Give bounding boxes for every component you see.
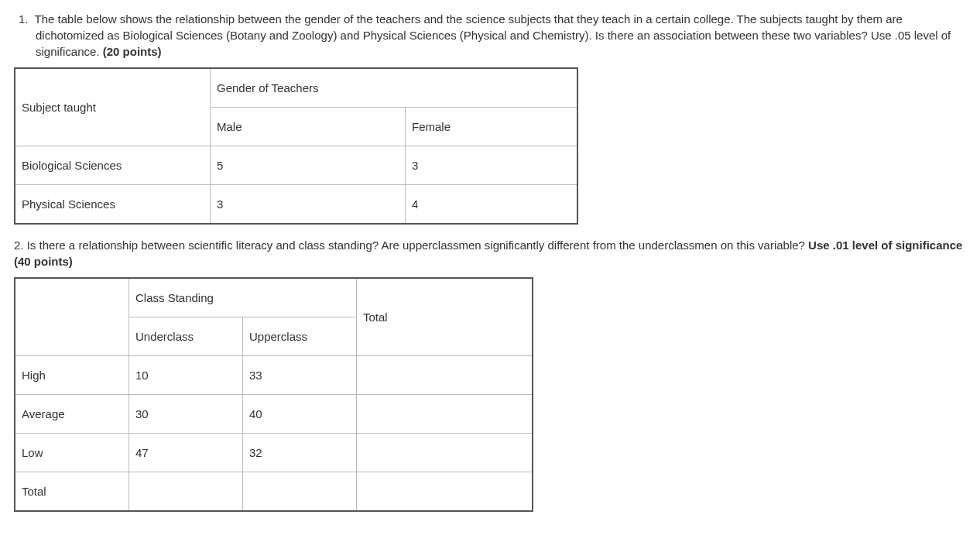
t2-cell: 32: [243, 434, 357, 472]
t2-total-row-label: Total: [15, 472, 129, 512]
table-2: Class Standing Total Underclass Uppercla…: [14, 277, 533, 512]
t2-cell: 40: [243, 395, 357, 434]
t2-cell-total: [357, 395, 533, 434]
t2-col-header-underclass: Underclass: [129, 317, 243, 356]
t1-cell: 3: [211, 185, 406, 225]
t2-row-label: High: [15, 356, 129, 395]
t2-row-label: Low: [15, 434, 129, 472]
t1-row-label: Physical Sciences: [15, 185, 211, 225]
table-1: Subject taught Gender of Teachers Male F…: [14, 67, 578, 225]
table-row: Low 47 32: [15, 434, 533, 472]
table-row: Total: [15, 472, 533, 512]
table-row: Average 30 40: [15, 395, 533, 434]
question-2-text: 2. Is there a relationship between scien…: [14, 238, 808, 252]
t1-cell: 3: [406, 146, 578, 185]
table-row: High 10 33: [15, 356, 533, 395]
t1-row-label: Biological Sciences: [15, 146, 211, 185]
question-1-number: 1.: [19, 12, 29, 26]
t1-row-header-title: Subject taught: [15, 68, 211, 146]
question-2-points: (40 points): [14, 255, 73, 268]
t2-cell: 10: [129, 356, 243, 395]
t1-cell: 4: [406, 185, 578, 225]
t2-corner-blank: [15, 278, 129, 356]
t2-cell: 33: [243, 356, 357, 395]
t2-cell: 30: [129, 395, 243, 434]
t2-cell-total: [129, 472, 243, 512]
t1-col-header-female: Female: [406, 108, 578, 146]
question-1-text: The table below shows the relationship b…: [35, 12, 951, 58]
t2-col-group-title: Class Standing: [129, 278, 357, 317]
t1-col-header-male: Male: [211, 108, 406, 146]
t2-total-header: Total: [357, 278, 533, 356]
t2-cell: 47: [129, 434, 243, 472]
t1-cell: 5: [211, 146, 406, 185]
t2-row-label: Average: [15, 395, 129, 434]
question-2-sig: Use .01 level of significance: [808, 238, 962, 252]
t1-col-group-title: Gender of Teachers: [211, 68, 578, 108]
question-1-points: (20 points): [103, 45, 162, 58]
question-2: 2. Is there a relationship between scien…: [14, 237, 966, 269]
t2-col-header-upperclass: Upperclass: [243, 317, 357, 356]
t2-cell-total: [243, 472, 357, 512]
question-1: 1. The table below shows the relationshi…: [14, 11, 966, 60]
t2-cell-total: [357, 434, 533, 472]
t2-cell-total: [357, 472, 533, 512]
table-row: Physical Sciences 3 4: [15, 185, 577, 225]
t2-cell-total: [357, 356, 533, 395]
table-row: Biological Sciences 5 3: [15, 146, 577, 185]
